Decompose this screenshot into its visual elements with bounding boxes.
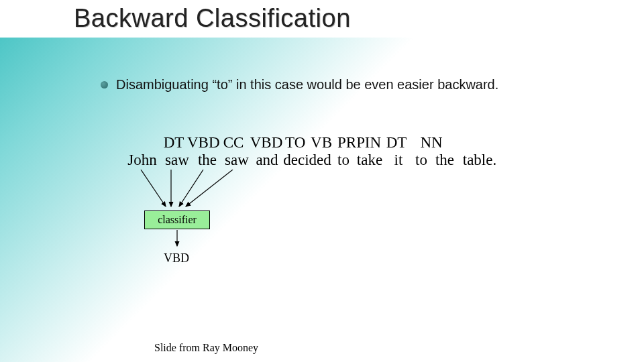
- word-cell: take: [354, 152, 386, 169]
- word-cell: to: [333, 152, 354, 169]
- tag-cell: NN: [410, 134, 453, 152]
- tag-cell: CC: [219, 134, 248, 152]
- word-cell: to: [411, 152, 431, 169]
- slide: Backward Classification Disambiguating “…: [0, 0, 644, 362]
- slide-title: Backward Classification: [74, 4, 351, 33]
- word-cell: the: [431, 152, 458, 169]
- pos-diagram: DT VBD CC VBD TO VB PRP IN DT NN John sa…: [124, 134, 501, 169]
- word-cell: it: [386, 152, 411, 169]
- word-cell: John: [124, 152, 160, 169]
- tag-cell: DT: [160, 134, 187, 152]
- tag-cell: VB: [305, 134, 337, 152]
- tag-cell: TO: [285, 134, 305, 152]
- classifier-output: VBD: [164, 251, 189, 265]
- slide-footer: Slide from Ray Mooney: [154, 342, 258, 354]
- bullet-icon: [101, 81, 108, 88]
- svg-line-3: [186, 170, 233, 206]
- bullet-text: Disambiguating “to” in this case would b…: [116, 77, 498, 93]
- tag-cell: VBD: [248, 134, 285, 152]
- svg-line-0: [141, 170, 166, 206]
- tag-cell: IN: [363, 134, 383, 152]
- bullet-row: Disambiguating “to” in this case would b…: [101, 77, 498, 93]
- classifier-label: classifier: [158, 214, 197, 226]
- word-cell: the: [194, 152, 221, 169]
- tags-row: DT VBD CC VBD TO VB PRP IN DT NN: [160, 134, 501, 152]
- word-cell: decided: [281, 152, 333, 169]
- arrow-classifier-output: [173, 230, 181, 250]
- tag-cell: PRP: [337, 134, 363, 152]
- classifier-box: classifier: [144, 210, 210, 229]
- word-cell: saw: [160, 152, 194, 169]
- word-cell: table.: [458, 152, 501, 169]
- word-cell: and: [253, 152, 281, 169]
- words-row: John saw the saw and decided to take it …: [124, 152, 501, 169]
- arrows-to-classifier: [124, 170, 392, 210]
- word-cell: saw: [221, 152, 253, 169]
- svg-line-2: [179, 170, 203, 206]
- tag-cell: DT: [383, 134, 410, 152]
- tag-cell: VBD: [187, 134, 219, 152]
